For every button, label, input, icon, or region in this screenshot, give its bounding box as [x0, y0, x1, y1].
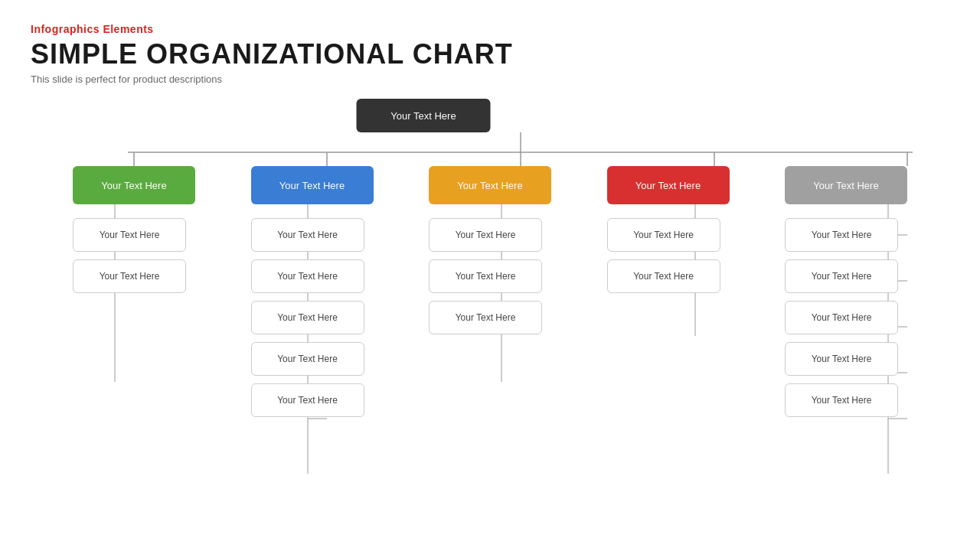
level2-node-3[interactable]: Your Text Here [429, 166, 551, 204]
child-4-2[interactable]: Your Text Here [607, 259, 720, 293]
column-5: Your Text Here Your Text Here Your Text … [785, 218, 907, 417]
level2-label-1: Your Text Here [101, 180, 166, 191]
child-5-2[interactable]: Your Text Here [785, 259, 898, 293]
child-label-5-3: Your Text Here [812, 312, 872, 323]
level2-node-5[interactable]: Your Text Here [785, 166, 907, 204]
child-label-4-1: Your Text Here [633, 230, 694, 240]
child-label-3-1: Your Text Here [456, 230, 516, 240]
level2-node-2[interactable]: Your Text Here [251, 166, 374, 204]
column-1: Your Text Here Your Text Here [73, 218, 195, 417]
child-1-2[interactable]: Your Text Here [73, 259, 186, 293]
header: Infographics Elements SIMPLE ORGANIZATIO… [31, 23, 949, 85]
child-label-2-1: Your Text Here [277, 230, 338, 240]
root-node[interactable]: Your Text Here [357, 99, 491, 132]
child-2-2[interactable]: Your Text Here [251, 259, 364, 293]
child-label-5-2: Your Text Here [812, 271, 872, 282]
child-5-1[interactable]: Your Text Here [785, 218, 898, 252]
chart-area: Your Text Here Your Text Here Your Text … [31, 99, 949, 527]
child-label-4-2: Your Text Here [633, 271, 694, 282]
level2-label-3: Your Text Here [457, 180, 522, 191]
child-label-1-2: Your Text Here [100, 271, 160, 282]
level2-label-2: Your Text Here [279, 180, 345, 191]
child-3-3[interactable]: Your Text Here [429, 301, 542, 334]
column-3: Your Text Here Your Text Here Your Text … [429, 218, 551, 417]
child-label-2-3: Your Text Here [277, 312, 338, 323]
child-2-4[interactable]: Your Text Here [251, 342, 364, 376]
child-label-5-4: Your Text Here [812, 354, 872, 364]
page: Infographics Elements SIMPLE ORGANIZATIO… [0, 0, 980, 551]
level2-label-4: Your Text Here [635, 180, 701, 191]
child-3-1[interactable]: Your Text Here [429, 218, 542, 252]
child-label-2-4: Your Text Here [277, 354, 338, 364]
columns-row: Your Text Here Your Text Here Your Text … [31, 218, 949, 417]
child-label-3-3: Your Text Here [456, 312, 516, 323]
child-label-3-2: Your Text Here [456, 271, 516, 282]
child-label-5-1: Your Text Here [812, 230, 872, 240]
level2-row: Your Text Here Your Text Here Your Text … [31, 166, 949, 204]
subtitle: Infographics Elements [31, 23, 949, 35]
child-2-1[interactable]: Your Text Here [251, 218, 364, 252]
level2-node-4[interactable]: Your Text Here [607, 166, 730, 204]
column-2: Your Text Here Your Text Here Your Text … [251, 218, 374, 417]
level2-node-1[interactable]: Your Text Here [73, 166, 195, 204]
child-label-1-1: Your Text Here [100, 230, 160, 240]
child-5-5[interactable]: Your Text Here [785, 383, 898, 417]
child-label-2-2: Your Text Here [277, 271, 338, 282]
column-4: Your Text Here Your Text Here [607, 218, 730, 417]
child-4-1[interactable]: Your Text Here [607, 218, 720, 252]
root-label: Your Text Here [390, 110, 456, 122]
child-5-3[interactable]: Your Text Here [785, 301, 898, 334]
child-label-2-5: Your Text Here [277, 395, 338, 406]
child-2-3[interactable]: Your Text Here [251, 301, 364, 334]
child-3-2[interactable]: Your Text Here [429, 259, 542, 293]
child-1-1[interactable]: Your Text Here [73, 218, 186, 252]
description: This slide is perfect for product descri… [31, 73, 949, 85]
child-5-4[interactable]: Your Text Here [785, 342, 898, 376]
child-label-5-5: Your Text Here [812, 395, 872, 406]
child-2-5[interactable]: Your Text Here [251, 383, 364, 417]
main-title: SIMPLE ORGANIZATIONAL CHART [31, 38, 949, 70]
level2-label-5: Your Text Here [813, 180, 878, 191]
